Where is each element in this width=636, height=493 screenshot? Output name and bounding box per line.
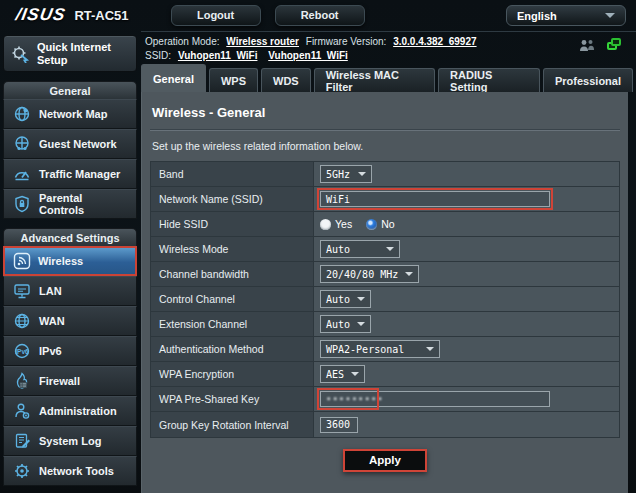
network-map-icon (12, 105, 31, 124)
authentication-method-row: Authentication Method WPA2-Personal (151, 337, 619, 362)
control-channel-select[interactable]: Auto (320, 290, 371, 308)
sidebar-item-wan[interactable]: WAN (3, 306, 137, 336)
chevron-down-icon (405, 272, 413, 280)
authentication-method-select[interactable]: WPA2-Personal (320, 340, 440, 358)
band-row: Band 5GHz (151, 162, 619, 187)
sidebar-item-network-tools[interactable]: Network Tools (3, 456, 137, 486)
parental-controls-icon (12, 195, 31, 214)
wireless-mode-select[interactable]: Auto (320, 240, 400, 258)
group-key-rotation-row: Group Key Rotation Interval 3600 (151, 412, 619, 437)
title-divider (150, 129, 620, 131)
band-value: 5GHz (326, 169, 350, 180)
tab-wps[interactable]: WPS (209, 68, 258, 92)
wireless-mode-value: Auto (326, 244, 350, 255)
channel-bandwidth-value: 20/40/80 MHz (326, 269, 398, 280)
extension-channel-select[interactable]: Auto (320, 315, 371, 333)
ssid-input[interactable]: WiFi (320, 191, 550, 207)
control-channel-label: Control Channel (151, 287, 314, 311)
sidebar-item-guest-network[interactable]: Guest Network (3, 129, 137, 159)
band-select[interactable]: 5GHz (320, 165, 372, 183)
chevron-down-icon (357, 297, 365, 305)
sidebar-item-wireless[interactable]: Wireless (3, 246, 137, 276)
general-section-header: General (3, 81, 137, 99)
wireless-tabs: General WPS WDS Wireless MAC Filter RADI… (141, 64, 636, 92)
hide-ssid-yes-label: Yes (335, 218, 352, 230)
hide-ssid-row: Hide SSID Yes No (151, 212, 619, 237)
wpa-encryption-select[interactable]: AES (320, 365, 365, 383)
firmware-version-link[interactable]: 3.0.0.4.382_69927 (393, 36, 476, 47)
extension-channel-value: Auto (326, 319, 350, 330)
clients-icon[interactable] (579, 39, 595, 52)
chevron-down-icon (358, 172, 366, 180)
quick-internet-setup-label: Quick Internet Setup (37, 41, 129, 66)
tab-general[interactable]: General (141, 64, 206, 92)
logout-button[interactable]: Logout (171, 5, 261, 26)
control-channel-value: Auto (326, 294, 350, 305)
wpa-preshared-key-label: WPA Pre-Shared Key (151, 387, 314, 411)
wpa-preshared-key-input[interactable]: ••••••••• (320, 391, 550, 407)
hide-ssid-yes-option[interactable]: Yes (320, 218, 352, 230)
tab-wds[interactable]: WDS (261, 68, 311, 92)
tab-radius-setting[interactable]: RADIUS Setting (438, 68, 540, 92)
hide-ssid-label: Hide SSID (151, 212, 314, 236)
sidebar-item-label: Parental Controls (39, 192, 128, 216)
extension-channel-label: Extension Channel (151, 312, 314, 336)
apply-button[interactable]: Apply (343, 449, 427, 472)
tab-wireless-mac-filter[interactable]: Wireless MAC Filter (314, 68, 435, 92)
ssid-link-1[interactable]: Vuhopen11_WiFi (178, 50, 258, 61)
operation-mode-link[interactable]: Wireless router (226, 36, 299, 47)
sidebar-item-traffic-manager[interactable]: Traffic Manager (3, 159, 137, 189)
language-selector[interactable]: English (506, 5, 626, 26)
page-subtitle: Set up the wireless related information … (152, 140, 618, 152)
radio-selected-icon (366, 219, 377, 230)
sidebar-item-system-log[interactable]: System Log (3, 426, 137, 456)
reboot-button[interactable]: Reboot (275, 5, 365, 26)
svg-text:IPv6: IPv6 (15, 348, 29, 355)
sidebar-item-ipv6[interactable]: IPv6 IPv6 (3, 336, 137, 366)
ssid-label: SSID: (145, 50, 171, 61)
ssid-row: Network Name (SSID) WiFi (151, 187, 619, 212)
sidebar-item-label: System Log (39, 435, 101, 447)
router-model: RT-AC51 (74, 8, 128, 23)
advanced-settings-section-header: Advanced Settings (3, 228, 137, 246)
sidebar-item-lan[interactable]: LAN (3, 276, 137, 306)
chevron-down-icon (426, 347, 434, 355)
quick-internet-setup-button[interactable]: Quick Internet Setup (3, 35, 137, 72)
sidebar-item-label: Traffic Manager (39, 168, 120, 180)
channel-bandwidth-select[interactable]: 20/40/80 MHz (320, 265, 419, 283)
wpa-preshared-key-row: WPA Pre-Shared Key ••••••••• (151, 387, 619, 412)
sidebar: Quick Internet Setup General Network Map… (3, 35, 137, 486)
group-key-rotation-value: 3600 (326, 419, 350, 430)
language-label: English (517, 10, 557, 22)
extension-channel-row: Extension Channel Auto (151, 312, 619, 337)
brand: /ISUS RT-AC51 (16, 5, 129, 25)
chevron-down-icon (357, 322, 365, 330)
sidebar-item-label: Network Tools (39, 465, 114, 477)
system-log-icon (12, 432, 31, 451)
ipv6-icon: IPv6 (12, 342, 31, 361)
sidebar-item-firewall[interactable]: Firewall (3, 366, 137, 396)
channel-bandwidth-row: Channel bandwidth 20/40/80 MHz (151, 262, 619, 287)
wireless-icon (12, 252, 31, 271)
hide-ssid-no-option[interactable]: No (366, 218, 394, 230)
control-channel-row: Control Channel Auto (151, 287, 619, 312)
ssid-link-2[interactable]: Vuhopen11_WiFi (268, 50, 348, 61)
hide-ssid-no-label: No (381, 218, 394, 230)
internet-status-icon[interactable] (607, 38, 622, 52)
group-key-rotation-label: Group Key Rotation Interval (151, 412, 314, 437)
tab-professional[interactable]: Professional (543, 68, 633, 92)
chevron-down-icon (351, 372, 359, 380)
group-key-rotation-input[interactable]: 3600 (320, 417, 358, 433)
chevron-down-icon (386, 247, 394, 255)
sidebar-item-network-map[interactable]: Network Map (3, 99, 137, 129)
asus-logo: /ISUS (14, 5, 67, 25)
sidebar-item-label: Network Map (39, 108, 107, 120)
administration-icon (12, 402, 31, 421)
sidebar-item-administration[interactable]: Administration (3, 396, 137, 426)
wpa-encryption-label: WPA Encryption (151, 362, 314, 386)
authentication-method-value: WPA2-Personal (326, 344, 404, 355)
sidebar-item-parental-controls[interactable]: Parental Controls (3, 189, 137, 219)
sidebar-item-label: WAN (39, 315, 65, 327)
sidebar-item-label: Wireless (38, 255, 83, 267)
network-tools-icon (12, 462, 31, 481)
